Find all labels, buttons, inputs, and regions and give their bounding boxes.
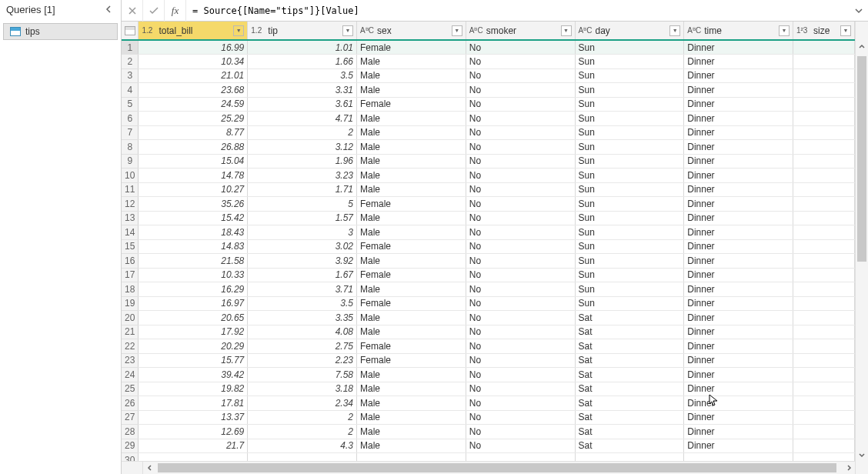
filter-dropdown-icon[interactable]: ▼ bbox=[233, 25, 244, 36]
cell-tip[interactable]: 3.5 bbox=[248, 68, 357, 83]
cell-time[interactable]: Dinner bbox=[684, 425, 793, 439]
cell-time[interactable]: Dinner bbox=[684, 55, 793, 69]
cell-time[interactable]: Dinner bbox=[684, 353, 793, 368]
fx-button[interactable]: fx bbox=[165, 0, 186, 22]
cell-time[interactable]: Dinner bbox=[684, 254, 793, 269]
cell-day[interactable]: Sun bbox=[575, 169, 684, 183]
row-number[interactable]: 10 bbox=[122, 169, 139, 183]
cell-total_bill[interactable]: 13.37 bbox=[139, 410, 248, 425]
hscroll-thumb[interactable] bbox=[158, 463, 836, 472]
cell-time[interactable]: Dinner bbox=[684, 339, 793, 354]
table-row[interactable]: 1014.783.23MaleNoSunDinner bbox=[122, 169, 855, 183]
cell-day[interactable]: Sat bbox=[575, 368, 684, 382]
cell-sex[interactable]: Male bbox=[357, 225, 466, 240]
cell-sex[interactable]: Male bbox=[357, 154, 466, 169]
cell-total_bill[interactable]: 16.99 bbox=[139, 40, 248, 55]
filter-dropdown-icon[interactable]: ▼ bbox=[452, 25, 462, 36]
cell-day[interactable] bbox=[575, 453, 684, 462]
cell-tip[interactable]: 3.12 bbox=[248, 140, 357, 155]
column-header-sex[interactable]: AᴮCsex▼ bbox=[357, 22, 466, 40]
cell-day[interactable]: Sat bbox=[575, 339, 684, 354]
table-row[interactable]: 2315.772.23FemaleNoSatDinner bbox=[122, 353, 855, 368]
cell-tip[interactable]: 1.57 bbox=[248, 211, 357, 225]
cell-day[interactable]: Sun bbox=[575, 254, 684, 269]
cell-total_bill[interactable]: 21.01 bbox=[139, 68, 248, 83]
cell-smoker[interactable]: No bbox=[466, 268, 575, 282]
cell-day[interactable]: Sun bbox=[575, 83, 684, 98]
column-header-day[interactable]: AᴮCday▼ bbox=[575, 22, 684, 40]
cell-total_bill[interactable]: 16.97 bbox=[139, 296, 248, 311]
cell-day[interactable]: Sat bbox=[575, 425, 684, 439]
row-number[interactable]: 13 bbox=[122, 211, 139, 225]
table-row[interactable]: 1110.271.71MaleNoSunDinner bbox=[122, 182, 855, 197]
row-number[interactable]: 5 bbox=[122, 97, 139, 112]
cell-day[interactable]: Sat bbox=[575, 382, 684, 396]
cell-smoker[interactable]: No bbox=[466, 182, 575, 197]
cell-size[interactable] bbox=[793, 40, 854, 55]
vscroll-thumb[interactable] bbox=[857, 56, 866, 262]
cell-total_bill[interactable]: 8.77 bbox=[139, 125, 248, 140]
cell-day[interactable]: Sun bbox=[575, 211, 684, 225]
cell-smoker[interactable]: No bbox=[466, 368, 575, 382]
cell-time[interactable]: Dinner bbox=[684, 154, 793, 169]
cell-tip[interactable]: 2 bbox=[248, 125, 357, 140]
cell-smoker[interactable]: No bbox=[466, 296, 575, 311]
cell-time[interactable]: Dinner bbox=[684, 439, 793, 453]
cell-smoker[interactable]: No bbox=[466, 225, 575, 240]
cell-tip[interactable]: 1.01 bbox=[248, 40, 357, 55]
cell-smoker[interactable]: No bbox=[466, 197, 575, 212]
cell-sex[interactable]: Male bbox=[357, 325, 466, 339]
cell-time[interactable]: Dinner bbox=[684, 40, 793, 55]
cell-tip[interactable]: 7.58 bbox=[248, 368, 357, 382]
cell-time[interactable]: Dinner bbox=[684, 83, 793, 98]
cell-day[interactable]: Sat bbox=[575, 311, 684, 325]
cell-size[interactable] bbox=[793, 211, 854, 225]
cell-day[interactable]: Sun bbox=[575, 125, 684, 140]
row-number[interactable]: 18 bbox=[122, 282, 139, 297]
cell-total_bill[interactable]: 39.42 bbox=[139, 368, 248, 382]
cell-day[interactable]: Sat bbox=[575, 410, 684, 425]
row-number[interactable]: 11 bbox=[122, 182, 139, 197]
cell-smoker[interactable]: No bbox=[466, 239, 575, 254]
cell-smoker[interactable]: No bbox=[466, 125, 575, 140]
cell-size[interactable] bbox=[793, 325, 854, 339]
table-row[interactable]: 1514.833.02FemaleNoSunDinner bbox=[122, 239, 855, 254]
cell-sex[interactable]: Male bbox=[357, 182, 466, 197]
cell-total_bill[interactable]: 10.33 bbox=[139, 268, 248, 282]
cell-smoker[interactable]: No bbox=[466, 68, 575, 83]
cell-smoker[interactable]: No bbox=[466, 97, 575, 112]
cell-time[interactable]: Dinner bbox=[684, 410, 793, 425]
row-number[interactable]: 19 bbox=[122, 296, 139, 311]
cell-sex[interactable]: Female bbox=[357, 40, 466, 55]
cell-total_bill[interactable]: 20.29 bbox=[139, 339, 248, 354]
cell-tip[interactable]: 3.61 bbox=[248, 97, 357, 112]
cell-sex[interactable]: Male bbox=[357, 83, 466, 98]
cell-day[interactable]: Sun bbox=[575, 112, 684, 126]
table-row[interactable]: 1235.265FemaleNoSunDinner bbox=[122, 197, 855, 212]
cell-sex[interactable]: Male bbox=[357, 439, 466, 453]
cell-total_bill[interactable]: 15.42 bbox=[139, 211, 248, 225]
cell-tip[interactable]: 5 bbox=[248, 197, 357, 212]
cell-size[interactable] bbox=[793, 83, 854, 98]
cell-sex[interactable]: Male bbox=[357, 68, 466, 83]
cell-time[interactable]: Dinner bbox=[684, 112, 793, 126]
cell-time[interactable]: Dinner bbox=[684, 225, 793, 240]
cell-smoker[interactable] bbox=[466, 453, 575, 462]
cell-day[interactable]: Sun bbox=[575, 296, 684, 311]
cell-smoker[interactable]: No bbox=[466, 311, 575, 325]
cell-tip[interactable]: 4.08 bbox=[248, 325, 357, 339]
cell-total_bill[interactable]: 15.77 bbox=[139, 353, 248, 368]
row-number[interactable]: 14 bbox=[122, 225, 139, 240]
type-icon[interactable]: 1²3 bbox=[796, 26, 810, 35]
row-number[interactable]: 17 bbox=[122, 268, 139, 282]
cell-tip[interactable]: 1.66 bbox=[248, 55, 357, 69]
row-number[interactable]: 20 bbox=[122, 311, 139, 325]
table-row[interactable]: 625.294.71MaleNoSunDinner bbox=[122, 112, 855, 126]
row-number[interactable]: 26 bbox=[122, 396, 139, 411]
cell-sex[interactable]: Female bbox=[357, 97, 466, 112]
cell-size[interactable] bbox=[793, 396, 854, 411]
table-row[interactable]: 2713.372MaleNoSatDinner bbox=[122, 410, 855, 425]
cell-size[interactable] bbox=[793, 368, 854, 382]
cell-size[interactable] bbox=[793, 382, 854, 396]
cell-day[interactable]: Sun bbox=[575, 239, 684, 254]
